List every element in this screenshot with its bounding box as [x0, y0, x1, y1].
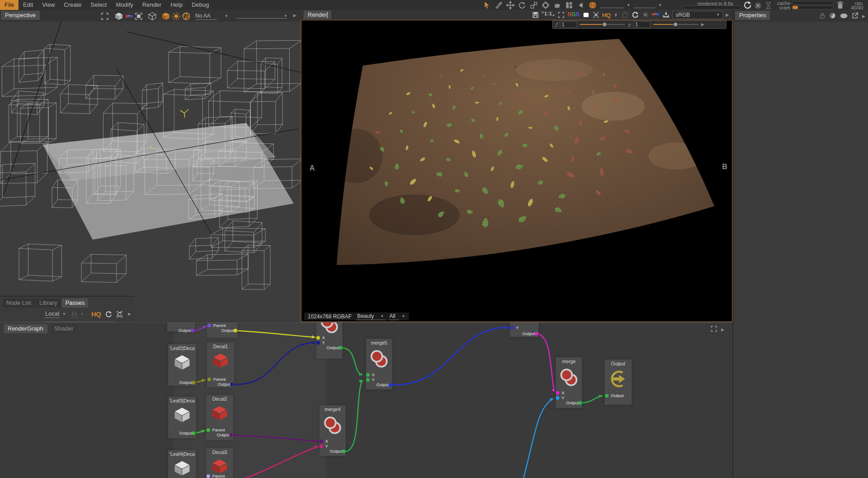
- node-port-output[interactable]: Output: [206, 382, 232, 387]
- node-port-parent[interactable]: Parent: [209, 323, 238, 328]
- more-options-icon[interactable]: ▶: [293, 13, 296, 18]
- passes-hq-toggle[interactable]: HQ: [91, 310, 101, 318]
- pick-tool-icon[interactable]: [494, 1, 503, 9]
- node-port-output[interactable]: Output: [364, 383, 390, 387]
- node-port-y[interactable]: Y: [321, 444, 350, 449]
- zoom-1-1-icon[interactable]: ⌜1:1⌟: [542, 11, 555, 19]
- hq-toggle[interactable]: HQ: [602, 12, 611, 19]
- fit-image-icon[interactable]: [558, 11, 565, 19]
- camera-dropdown[interactable]: [236, 13, 286, 19]
- more-render-options-icon[interactable]: ▶: [726, 13, 729, 17]
- menu-debug[interactable]: Debug: [187, 0, 213, 10]
- node-port-x[interactable]: X: [318, 336, 347, 340]
- aperture-icon[interactable]: [182, 12, 191, 20]
- node-port-output[interactable]: Output: [167, 431, 193, 435]
- tab-passes[interactable]: Passes: [62, 298, 89, 308]
- node-port-output[interactable]: Output: [314, 345, 341, 350]
- wireframe-cube-icon[interactable]: [148, 12, 157, 20]
- tab-shader[interactable]: Shader: [50, 324, 77, 333]
- rotate-tool-icon[interactable]: [518, 1, 526, 9]
- node-port-x[interactable]: X: [368, 373, 397, 377]
- gamma-field[interactable]: 1: [633, 21, 651, 28]
- trash-icon[interactable]: [836, 1, 845, 9]
- node-port-output[interactable]: Output: [167, 380, 193, 385]
- tab-rendergraph[interactable]: RenderGraph: [4, 324, 47, 333]
- node-port-output[interactable]: Output: [510, 331, 536, 336]
- rendergraph-panel[interactable]: Output ParentOutput X YOutput merge3Outp…: [0, 322, 732, 478]
- stereo-3d-icon[interactable]: [652, 11, 660, 19]
- region-icon[interactable]: [592, 11, 600, 19]
- tool-option-dropdown[interactable]: [600, 2, 624, 8]
- scope-dropdown[interactable]: Local: [44, 310, 60, 318]
- node-port-y[interactable]: Y: [318, 341, 347, 345]
- exposure-slider[interactable]: [580, 24, 625, 25]
- graph-more-icon[interactable]: ▶: [721, 327, 724, 332]
- colorspace-dropdown[interactable]: sRGB▼: [672, 11, 723, 19]
- node-port-parent[interactable]: Parent: [208, 428, 237, 432]
- node-port-parent[interactable]: Parent: [208, 474, 237, 478]
- save-image-icon[interactable]: [532, 11, 539, 19]
- node-port-output[interactable]: Output: [318, 449, 344, 454]
- stereo-glasses-icon[interactable]: [125, 12, 134, 20]
- graph-node-leaf4deca[interactable]: 'Leaf4|Deca: [168, 450, 196, 478]
- alpha-channel-icon[interactable]: [582, 11, 590, 19]
- textured-cube-icon[interactable]: [161, 12, 170, 20]
- antialias-dropdown[interactable]: No AA: [195, 13, 217, 20]
- menu-file[interactable]: File: [0, 0, 19, 10]
- preview-sphere-icon[interactable]: [840, 13, 848, 20]
- tab-node-list[interactable]: Node List: [3, 298, 35, 308]
- node-port-y[interactable]: Y: [368, 378, 397, 382]
- node-port-output[interactable]: Output: [607, 393, 636, 398]
- rgb-channels-icon[interactable]: RGB: [568, 11, 580, 19]
- tab-perspective[interactable]: Perspective: [1, 11, 40, 20]
- back-arrow-icon[interactable]: [577, 1, 585, 9]
- menu-create[interactable]: Create: [59, 0, 86, 10]
- export-image-icon[interactable]: [662, 11, 670, 19]
- snap-tool-icon[interactable]: [541, 1, 550, 9]
- expand-graph-icon[interactable]: [710, 325, 718, 334]
- stop-icon[interactable]: [754, 1, 762, 9]
- node-port-output[interactable]: Output: [209, 328, 235, 333]
- exposure-field[interactable]: 1: [560, 21, 577, 28]
- move-tool-icon[interactable]: [506, 1, 515, 9]
- plugin-icon[interactable]: [553, 1, 562, 9]
- passes-refresh-icon[interactable]: [105, 311, 113, 319]
- gamma-slider[interactable]: [653, 24, 699, 25]
- layout-icon[interactable]: [565, 1, 573, 9]
- tab-library[interactable]: Library: [36, 298, 61, 308]
- progressive-icon[interactable]: [613, 11, 619, 19]
- render-region-icon[interactable]: [134, 12, 143, 20]
- node-port-output[interactable]: Output: [554, 401, 580, 405]
- tab-properties[interactable]: Properties: [735, 11, 770, 20]
- node-port-y[interactable]: Y: [512, 326, 541, 330]
- fit-view-icon[interactable]: [100, 12, 109, 20]
- perspective-viewport[interactable]: [0, 22, 301, 322]
- menu-edit[interactable]: Edit: [19, 0, 38, 10]
- menu-select[interactable]: Select: [86, 0, 111, 10]
- passes-refresh-region-icon[interactable]: [116, 311, 123, 319]
- globe-icon[interactable]: [588, 1, 597, 9]
- node-port-output[interactable]: Output: [166, 328, 192, 333]
- render-refresh-icon[interactable]: [631, 11, 639, 19]
- graph-node-output[interactable]: Output: [605, 360, 632, 405]
- lock-icon[interactable]: [819, 12, 826, 20]
- shading-cube-icon[interactable]: [114, 12, 123, 20]
- menu-render[interactable]: Render: [138, 0, 166, 10]
- refresh-icon[interactable]: [743, 1, 752, 9]
- node-port-x[interactable]: X: [321, 439, 350, 444]
- scale-tool-icon[interactable]: [530, 1, 538, 9]
- menu-help[interactable]: Help: [166, 0, 187, 10]
- passes-more-icon[interactable]: ▶: [128, 312, 131, 316]
- lighting-sun-icon[interactable]: [172, 12, 181, 20]
- contrast-icon[interactable]: [829, 12, 836, 20]
- node-port-y[interactable]: Y: [558, 396, 586, 400]
- cursor-tool-icon[interactable]: [483, 1, 491, 9]
- strip-more-icon[interactable]: ▶: [701, 22, 704, 27]
- menu-modify[interactable]: Modify: [111, 0, 137, 10]
- tool-option-dropdown2[interactable]: [633, 2, 655, 8]
- properties-more-icon[interactable]: ▶: [862, 14, 865, 19]
- node-port-output[interactable]: Output: [205, 433, 231, 437]
- speed-dropdown[interactable]: 1x: [70, 310, 78, 318]
- menu-view[interactable]: View: [38, 0, 59, 10]
- node-port-parent[interactable]: Parent: [209, 377, 238, 382]
